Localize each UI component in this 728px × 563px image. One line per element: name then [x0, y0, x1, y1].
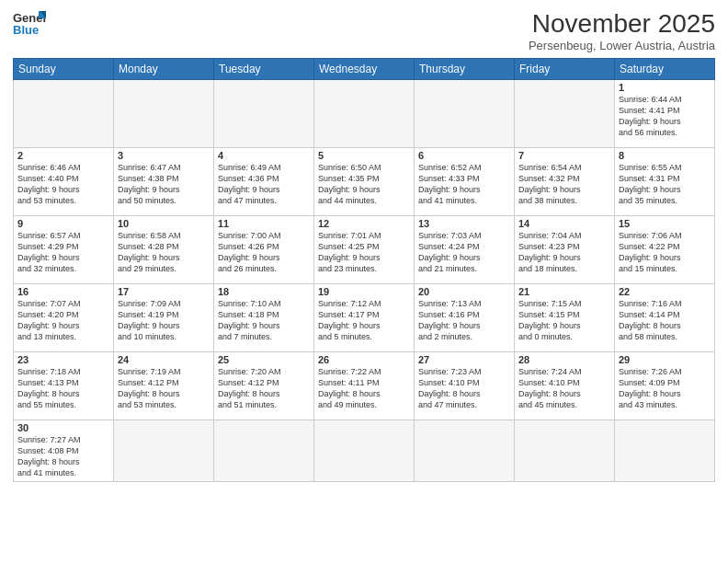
day-info: Sunrise: 6:57 AMSunset: 4:29 PMDaylight:…	[17, 230, 109, 275]
day-info: Sunrise: 7:26 AMSunset: 4:09 PMDaylight:…	[619, 366, 711, 411]
calendar-header-row: SundayMondayTuesdayWednesdayThursdayFrid…	[14, 59, 715, 80]
day-info: Sunrise: 7:27 AMSunset: 4:08 PMDaylight:…	[17, 434, 109, 479]
day-number: 12	[318, 218, 410, 229]
day-info: Sunrise: 7:16 AMSunset: 4:14 PMDaylight:…	[619, 298, 711, 343]
calendar-cell: 10Sunrise: 6:58 AMSunset: 4:28 PMDayligh…	[114, 216, 214, 284]
calendar-cell: 24Sunrise: 7:19 AMSunset: 4:12 PMDayligh…	[114, 352, 214, 420]
calendar-cell: 4Sunrise: 6:49 AMSunset: 4:36 PMDaylight…	[214, 148, 314, 216]
calendar-cell: 8Sunrise: 6:55 AMSunset: 4:31 PMDaylight…	[615, 148, 715, 216]
calendar-subtitle: Persenbeug, Lower Austria, Austria	[529, 39, 715, 52]
calendar-cell: 29Sunrise: 7:26 AMSunset: 4:09 PMDayligh…	[615, 352, 715, 420]
day-info: Sunrise: 7:22 AMSunset: 4:11 PMDaylight:…	[318, 366, 410, 411]
calendar-cell: 13Sunrise: 7:03 AMSunset: 4:24 PMDayligh…	[415, 216, 515, 284]
calendar-cell	[515, 420, 615, 482]
day-number: 26	[318, 354, 410, 365]
day-number: 16	[17, 286, 109, 297]
day-number: 14	[518, 218, 610, 229]
day-info: Sunrise: 7:07 AMSunset: 4:20 PMDaylight:…	[17, 298, 109, 343]
day-number: 7	[518, 150, 610, 161]
day-number: 17	[118, 286, 210, 297]
calendar-cell: 17Sunrise: 7:09 AMSunset: 4:19 PMDayligh…	[114, 284, 214, 352]
calendar-table: SundayMondayTuesdayWednesdayThursdayFrid…	[13, 58, 715, 482]
calendar-week-4: 16Sunrise: 7:07 AMSunset: 4:20 PMDayligh…	[14, 284, 715, 352]
day-number: 9	[17, 218, 109, 229]
day-info: Sunrise: 6:55 AMSunset: 4:31 PMDaylight:…	[619, 162, 711, 207]
day-info: Sunrise: 7:10 AMSunset: 4:18 PMDaylight:…	[218, 298, 310, 343]
calendar-cell: 9Sunrise: 6:57 AMSunset: 4:29 PMDaylight…	[14, 216, 114, 284]
day-number: 13	[418, 218, 510, 229]
calendar-cell	[214, 420, 314, 482]
calendar-cell: 20Sunrise: 7:13 AMSunset: 4:16 PMDayligh…	[415, 284, 515, 352]
day-number: 20	[418, 286, 510, 297]
day-number: 4	[218, 150, 310, 161]
day-header-friday: Friday	[515, 59, 615, 80]
calendar-cell	[114, 420, 214, 482]
calendar-cell: 22Sunrise: 7:16 AMSunset: 4:14 PMDayligh…	[615, 284, 715, 352]
day-number: 29	[619, 354, 711, 365]
day-number: 23	[17, 354, 109, 365]
calendar-cell: 12Sunrise: 7:01 AMSunset: 4:25 PMDayligh…	[314, 216, 415, 284]
calendar-cell: 18Sunrise: 7:10 AMSunset: 4:18 PMDayligh…	[214, 284, 314, 352]
day-info: Sunrise: 7:03 AMSunset: 4:24 PMDaylight:…	[418, 230, 510, 275]
day-number: 24	[118, 354, 210, 365]
calendar-cell: 3Sunrise: 6:47 AMSunset: 4:38 PMDaylight…	[114, 148, 214, 216]
day-number: 5	[318, 150, 410, 161]
day-info: Sunrise: 7:09 AMSunset: 4:19 PMDaylight:…	[118, 298, 210, 343]
calendar-cell	[214, 80, 314, 148]
calendar-cell: 15Sunrise: 7:06 AMSunset: 4:22 PMDayligh…	[615, 216, 715, 284]
calendar-cell: 6Sunrise: 6:52 AMSunset: 4:33 PMDaylight…	[415, 148, 515, 216]
calendar-cell	[314, 80, 415, 148]
day-info: Sunrise: 7:04 AMSunset: 4:23 PMDaylight:…	[518, 230, 610, 275]
day-info: Sunrise: 6:46 AMSunset: 4:40 PMDaylight:…	[17, 162, 109, 207]
calendar-week-6: 30Sunrise: 7:27 AMSunset: 4:08 PMDayligh…	[14, 420, 715, 482]
day-number: 22	[619, 286, 711, 297]
calendar-cell: 14Sunrise: 7:04 AMSunset: 4:23 PMDayligh…	[515, 216, 615, 284]
calendar-cell: 7Sunrise: 6:54 AMSunset: 4:32 PMDaylight…	[515, 148, 615, 216]
calendar-cell: 5Sunrise: 6:50 AMSunset: 4:35 PMDaylight…	[314, 148, 415, 216]
calendar-title: November 2025	[529, 9, 715, 39]
day-number: 11	[218, 218, 310, 229]
calendar-week-5: 23Sunrise: 7:18 AMSunset: 4:13 PMDayligh…	[14, 352, 715, 420]
calendar-week-1: 1Sunrise: 6:44 AMSunset: 4:41 PMDaylight…	[14, 80, 715, 148]
day-info: Sunrise: 6:44 AMSunset: 4:41 PMDaylight:…	[619, 94, 711, 139]
calendar-cell: 23Sunrise: 7:18 AMSunset: 4:13 PMDayligh…	[14, 352, 114, 420]
day-info: Sunrise: 7:20 AMSunset: 4:12 PMDaylight:…	[218, 366, 310, 411]
day-info: Sunrise: 6:52 AMSunset: 4:33 PMDaylight:…	[418, 162, 510, 207]
calendar-cell: 2Sunrise: 6:46 AMSunset: 4:40 PMDaylight…	[14, 148, 114, 216]
day-number: 25	[218, 354, 310, 365]
day-header-wednesday: Wednesday	[314, 59, 415, 80]
day-header-monday: Monday	[114, 59, 214, 80]
calendar-cell	[615, 420, 715, 482]
day-info: Sunrise: 7:00 AMSunset: 4:26 PMDaylight:…	[218, 230, 310, 275]
calendar-cell: 30Sunrise: 7:27 AMSunset: 4:08 PMDayligh…	[14, 420, 114, 482]
calendar-cell	[415, 420, 515, 482]
day-info: Sunrise: 6:58 AMSunset: 4:28 PMDaylight:…	[118, 230, 210, 275]
calendar-cell: 21Sunrise: 7:15 AMSunset: 4:15 PMDayligh…	[515, 284, 615, 352]
day-number: 6	[418, 150, 510, 161]
svg-text:Blue: Blue	[13, 23, 39, 37]
calendar-cell: 25Sunrise: 7:20 AMSunset: 4:12 PMDayligh…	[214, 352, 314, 420]
day-header-saturday: Saturday	[615, 59, 715, 80]
day-info: Sunrise: 6:49 AMSunset: 4:36 PMDaylight:…	[218, 162, 310, 207]
day-info: Sunrise: 7:24 AMSunset: 4:10 PMDaylight:…	[518, 366, 610, 411]
day-info: Sunrise: 7:19 AMSunset: 4:12 PMDaylight:…	[118, 366, 210, 411]
calendar-cell: 26Sunrise: 7:22 AMSunset: 4:11 PMDayligh…	[314, 352, 415, 420]
calendar-cell: 1Sunrise: 6:44 AMSunset: 4:41 PMDaylight…	[615, 80, 715, 148]
day-number: 10	[118, 218, 210, 229]
day-number: 15	[619, 218, 711, 229]
title-block: November 2025 Persenbeug, Lower Austria,…	[529, 9, 715, 52]
calendar-cell	[515, 80, 615, 148]
day-number: 27	[418, 354, 510, 365]
day-info: Sunrise: 7:18 AMSunset: 4:13 PMDaylight:…	[17, 366, 109, 411]
calendar-cell	[14, 80, 114, 148]
day-number: 1	[619, 82, 711, 93]
day-info: Sunrise: 6:50 AMSunset: 4:35 PMDaylight:…	[318, 162, 410, 207]
day-number: 18	[218, 286, 310, 297]
day-number: 2	[17, 150, 109, 161]
calendar-week-3: 9Sunrise: 6:57 AMSunset: 4:29 PMDaylight…	[14, 216, 715, 284]
day-info: Sunrise: 7:15 AMSunset: 4:15 PMDaylight:…	[518, 298, 610, 343]
header: General Blue November 2025 Persenbeug, L…	[13, 9, 715, 52]
day-header-tuesday: Tuesday	[214, 59, 314, 80]
calendar-cell	[314, 420, 415, 482]
day-number: 30	[17, 422, 109, 433]
